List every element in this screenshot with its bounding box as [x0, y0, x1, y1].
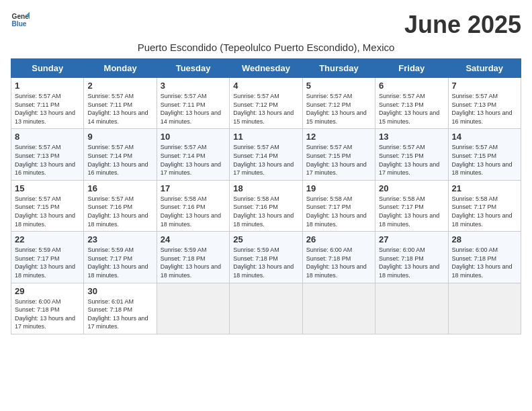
day-number: 30: [87, 286, 152, 296]
calendar-cell: 24 Sunrise: 5:59 AM Sunset: 7:18 PM Dayl…: [157, 232, 229, 283]
calendar-cell: 13 Sunrise: 5:57 AM Sunset: 7:15 PM Dayl…: [375, 129, 448, 180]
day-info: Sunrise: 5:57 AM Sunset: 7:11 PM Dayligh…: [161, 92, 226, 126]
calendar-cell: [157, 283, 229, 334]
day-info: Sunrise: 5:57 AM Sunset: 7:15 PM Dayligh…: [15, 195, 80, 228]
day-number: 8: [15, 132, 80, 142]
calendar-cell: 22 Sunrise: 5:59 AM Sunset: 7:17 PM Dayl…: [11, 232, 84, 283]
calendar-cell: [375, 283, 448, 334]
calendar-cell: 19 Sunrise: 5:58 AM Sunset: 7:17 PM Dayl…: [302, 180, 375, 231]
day-info: Sunrise: 5:57 AM Sunset: 7:12 PM Dayligh…: [233, 92, 298, 126]
day-number: 29: [15, 286, 80, 296]
day-number: 2: [87, 81, 152, 91]
day-info: Sunrise: 6:00 AM Sunset: 7:18 PM Dayligh…: [452, 246, 517, 279]
day-info: Sunrise: 5:57 AM Sunset: 7:13 PM Dayligh…: [15, 143, 80, 177]
calendar-cell: 9 Sunrise: 5:57 AM Sunset: 7:14 PM Dayli…: [84, 129, 157, 180]
day-info: Sunrise: 5:58 AM Sunset: 7:16 PM Dayligh…: [161, 195, 226, 228]
calendar-cell: 28 Sunrise: 6:00 AM Sunset: 7:18 PM Dayl…: [448, 232, 521, 283]
day-number: 25: [233, 234, 298, 244]
calendar-week-row: 15 Sunrise: 5:57 AM Sunset: 7:15 PM Dayl…: [11, 180, 521, 231]
day-header-friday: Friday: [375, 59, 448, 78]
day-number: 19: [306, 183, 371, 193]
calendar-cell: 18 Sunrise: 5:58 AM Sunset: 7:16 PM Dayl…: [230, 180, 302, 231]
day-header-thursday: Thursday: [302, 59, 375, 78]
day-number: 12: [306, 132, 371, 142]
svg-text:Blue: Blue: [12, 20, 27, 28]
day-number: 21: [452, 183, 517, 193]
calendar-header-row: SundayMondayTuesdayWednesdayThursdayFrid…: [11, 59, 521, 78]
calendar-cell: 11 Sunrise: 5:57 AM Sunset: 7:14 PM Dayl…: [230, 129, 302, 180]
day-number: 6: [379, 81, 444, 91]
calendar-cell: 29 Sunrise: 6:00 AM Sunset: 7:18 PM Dayl…: [11, 283, 84, 334]
day-info: Sunrise: 6:00 AM Sunset: 7:18 PM Dayligh…: [306, 246, 371, 279]
day-info: Sunrise: 5:58 AM Sunset: 7:17 PM Dayligh…: [452, 195, 517, 228]
day-info: Sunrise: 5:57 AM Sunset: 7:15 PM Dayligh…: [452, 143, 517, 177]
day-number: 26: [306, 234, 371, 244]
day-info: Sunrise: 6:01 AM Sunset: 7:18 PM Dayligh…: [87, 298, 152, 331]
calendar-body: 1 Sunrise: 5:57 AM Sunset: 7:11 PM Dayli…: [11, 78, 521, 334]
day-number: 27: [379, 234, 444, 244]
calendar-cell: 16 Sunrise: 5:57 AM Sunset: 7:16 PM Dayl…: [84, 180, 157, 231]
calendar-cell: 20 Sunrise: 5:58 AM Sunset: 7:17 PM Dayl…: [375, 180, 448, 231]
calendar-cell: [302, 283, 375, 334]
day-info: Sunrise: 5:57 AM Sunset: 7:12 PM Dayligh…: [306, 92, 371, 126]
day-number: 10: [161, 132, 226, 142]
logo-icon: General Blue: [11, 11, 30, 30]
day-number: 9: [87, 132, 152, 142]
day-info: Sunrise: 5:57 AM Sunset: 7:11 PM Dayligh…: [87, 92, 152, 126]
calendar-cell: 26 Sunrise: 6:00 AM Sunset: 7:18 PM Dayl…: [302, 232, 375, 283]
calendar-cell: 17 Sunrise: 5:58 AM Sunset: 7:16 PM Dayl…: [157, 180, 229, 231]
day-info: Sunrise: 5:57 AM Sunset: 7:15 PM Dayligh…: [379, 143, 444, 177]
svg-text:General: General: [12, 13, 30, 20]
day-info: Sunrise: 5:58 AM Sunset: 7:16 PM Dayligh…: [233, 195, 298, 228]
day-number: 16: [87, 183, 152, 193]
calendar-cell: [448, 283, 521, 334]
day-info: Sunrise: 5:57 AM Sunset: 7:14 PM Dayligh…: [233, 143, 298, 177]
logo: General Blue: [11, 11, 30, 30]
calendar-cell: 3 Sunrise: 5:57 AM Sunset: 7:11 PM Dayli…: [157, 78, 229, 129]
day-info: Sunrise: 6:00 AM Sunset: 7:18 PM Dayligh…: [15, 298, 80, 331]
day-info: Sunrise: 5:57 AM Sunset: 7:14 PM Dayligh…: [161, 143, 226, 177]
day-number: 28: [452, 234, 517, 244]
calendar-cell: 2 Sunrise: 5:57 AM Sunset: 7:11 PM Dayli…: [84, 78, 157, 129]
day-number: 14: [452, 132, 517, 142]
day-number: 22: [15, 234, 80, 244]
day-info: Sunrise: 5:57 AM Sunset: 7:13 PM Dayligh…: [379, 92, 444, 126]
calendar-week-row: 29 Sunrise: 6:00 AM Sunset: 7:18 PM Dayl…: [11, 283, 521, 334]
day-number: 13: [379, 132, 444, 142]
calendar-cell: 23 Sunrise: 5:59 AM Sunset: 7:17 PM Dayl…: [84, 232, 157, 283]
day-info: Sunrise: 5:57 AM Sunset: 7:13 PM Dayligh…: [452, 92, 517, 126]
day-header-saturday: Saturday: [448, 59, 521, 78]
day-number: 4: [233, 81, 298, 91]
day-header-monday: Monday: [84, 59, 157, 78]
day-header-wednesday: Wednesday: [230, 59, 302, 78]
day-info: Sunrise: 5:57 AM Sunset: 7:14 PM Dayligh…: [87, 143, 152, 177]
calendar-cell: 10 Sunrise: 5:57 AM Sunset: 7:14 PM Dayl…: [157, 129, 229, 180]
day-info: Sunrise: 5:59 AM Sunset: 7:18 PM Dayligh…: [233, 246, 298, 279]
calendar-cell: 5 Sunrise: 5:57 AM Sunset: 7:12 PM Dayli…: [302, 78, 375, 129]
day-number: 11: [233, 132, 298, 142]
day-number: 3: [161, 81, 226, 91]
calendar-cell: 30 Sunrise: 6:01 AM Sunset: 7:18 PM Dayl…: [84, 283, 157, 334]
day-number: 17: [161, 183, 226, 193]
calendar-cell: 12 Sunrise: 5:57 AM Sunset: 7:15 PM Dayl…: [302, 129, 375, 180]
day-number: 15: [15, 183, 80, 193]
calendar-cell: 15 Sunrise: 5:57 AM Sunset: 7:15 PM Dayl…: [11, 180, 84, 231]
calendar-cell: 14 Sunrise: 5:57 AM Sunset: 7:15 PM Dayl…: [448, 129, 521, 180]
day-number: 23: [87, 234, 152, 244]
calendar-cell: 7 Sunrise: 5:57 AM Sunset: 7:13 PM Dayli…: [448, 78, 521, 129]
day-number: 7: [452, 81, 517, 91]
calendar-cell: 21 Sunrise: 5:58 AM Sunset: 7:17 PM Dayl…: [448, 180, 521, 231]
day-info: Sunrise: 5:57 AM Sunset: 7:16 PM Dayligh…: [87, 195, 152, 228]
calendar-cell: 6 Sunrise: 5:57 AM Sunset: 7:13 PM Dayli…: [375, 78, 448, 129]
day-header-tuesday: Tuesday: [157, 59, 229, 78]
header: General Blue June 2025: [11, 11, 521, 39]
calendar-week-row: 22 Sunrise: 5:59 AM Sunset: 7:17 PM Dayl…: [11, 232, 521, 283]
day-info: Sunrise: 6:00 AM Sunset: 7:18 PM Dayligh…: [379, 246, 444, 279]
day-number: 5: [306, 81, 371, 91]
calendar-cell: 8 Sunrise: 5:57 AM Sunset: 7:13 PM Dayli…: [11, 129, 84, 180]
day-info: Sunrise: 5:59 AM Sunset: 7:17 PM Dayligh…: [15, 246, 80, 279]
day-number: 24: [161, 234, 226, 244]
calendar-table: SundayMondayTuesdayWednesdayThursdayFrid…: [11, 58, 521, 334]
calendar-cell: 27 Sunrise: 6:00 AM Sunset: 7:18 PM Dayl…: [375, 232, 448, 283]
day-header-sunday: Sunday: [11, 59, 84, 78]
